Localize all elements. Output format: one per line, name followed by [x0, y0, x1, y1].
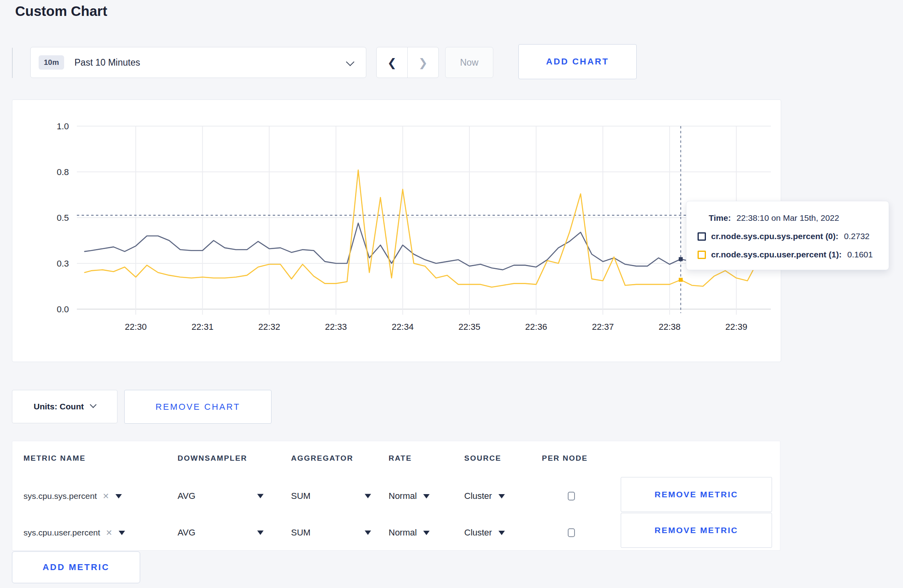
units-dropdown[interactable]: Units: Count: [12, 390, 117, 423]
svg-text:22:38: 22:38: [659, 322, 680, 332]
tooltip-time-label: Time:: [709, 213, 731, 223]
aggregator-select[interactable]: SUM: [291, 491, 311, 501]
svg-text:22:33: 22:33: [325, 322, 347, 332]
svg-text:0.5: 0.5: [57, 213, 69, 223]
rate-value: Normal: [389, 528, 417, 538]
custom-chart-page: Custom Chart 10m Past 10 Minutes ❮ ❯ Now…: [0, 0, 903, 588]
tooltip-series-value: 0.2732: [844, 232, 870, 241]
caret-down-icon: [257, 494, 264, 498]
downsampler-caret[interactable]: [257, 494, 264, 498]
time-nav-group: ❮ ❯: [376, 47, 439, 78]
downsampler-select[interactable]: AVG: [178, 491, 195, 501]
downsampler-select[interactable]: AVG: [178, 528, 195, 538]
svg-text:22:39: 22:39: [725, 322, 747, 332]
col-header-per-node: PER NODE: [542, 454, 588, 463]
per-node-checkbox[interactable]: [568, 492, 575, 500]
per-node-checkbox[interactable]: [568, 528, 575, 537]
add-chart-button[interactable]: ADD CHART: [518, 44, 637, 79]
chart-panel: 0.00.30.50.81.022:3022:3122:3222:3322:34…: [12, 99, 781, 362]
col-header-aggregator: AGGREGATOR: [291, 454, 354, 463]
metric-name-select[interactable]: sys.cpu.user.percent ✕: [23, 528, 125, 537]
metric-name: sys.cpu.sys.percent: [23, 491, 97, 501]
chevron-right-icon: ❯: [418, 56, 428, 69]
col-header-downsampler: DOWNSAMPLER: [178, 454, 247, 463]
chevron-left-icon: ❮: [387, 56, 397, 69]
add-metric-button[interactable]: ADD METRIC: [12, 551, 140, 583]
tooltip-series-label: cr.node.sys.cpu.user.percent (1):: [711, 250, 842, 259]
chevron-down-icon: [90, 401, 97, 408]
caret-down-icon: [423, 494, 430, 498]
aggregator-caret[interactable]: [365, 494, 371, 498]
rate-value: Normal: [389, 491, 417, 501]
metrics-table: METRIC NAME DOWNSAMPLER AGGREGATOR RATE …: [12, 441, 780, 551]
timeseries-chart[interactable]: 0.00.30.50.81.022:3022:3122:3222:3322:34…: [12, 100, 781, 362]
aggregator-value: SUM: [291, 491, 311, 501]
remove-metric-button[interactable]: REMOVE METRIC: [621, 513, 772, 548]
source-select[interactable]: Cluster: [464, 528, 505, 538]
clear-metric-icon[interactable]: ✕: [102, 491, 109, 501]
svg-text:0.8: 0.8: [57, 167, 69, 177]
per-node-cell: [568, 492, 575, 500]
svg-text:22:31: 22:31: [192, 322, 213, 332]
caret-down-icon: [423, 531, 430, 535]
svg-text:22:36: 22:36: [525, 322, 547, 332]
svg-text:0.3: 0.3: [57, 259, 69, 269]
aggregator-caret[interactable]: [365, 531, 371, 535]
source-value: Cluster: [464, 528, 492, 538]
caret-down-icon: [365, 494, 371, 498]
caret-down-icon: [498, 494, 505, 498]
source-value: Cluster: [464, 491, 492, 501]
aggregator-value: SUM: [291, 528, 311, 538]
svg-text:22:32: 22:32: [258, 322, 280, 332]
units-label: Units: Count: [34, 402, 84, 411]
page-title: Custom Chart: [15, 3, 107, 19]
remove-chart-button[interactable]: REMOVE CHART: [124, 390, 272, 424]
svg-text:1.0: 1.0: [57, 121, 69, 131]
svg-text:22:30: 22:30: [125, 322, 147, 332]
downsampler-caret[interactable]: [257, 531, 264, 535]
per-node-cell: [568, 528, 575, 537]
downsampler-value: AVG: [178, 491, 195, 501]
toolbar-divider: [12, 48, 13, 78]
aggregator-select[interactable]: SUM: [291, 528, 311, 538]
time-range-label: Past 10 Minutes: [74, 57, 140, 68]
tooltip-time-row: Time: 22:38:10 on Mar 15th, 2022: [709, 213, 839, 223]
now-button[interactable]: Now: [445, 47, 493, 78]
caret-down-icon: [257, 531, 264, 535]
rate-select[interactable]: Normal: [389, 491, 430, 501]
metric-name: sys.cpu.user.percent: [23, 528, 100, 537]
col-header-source: SOURCE: [464, 454, 501, 463]
chevron-down-icon: [346, 58, 354, 66]
caret-down-icon: [119, 531, 125, 535]
svg-text:22:35: 22:35: [458, 322, 480, 332]
tooltip-series-row: cr.node.sys.cpu.sys.percent (0): 0.2732: [698, 232, 870, 241]
sys-series-swatch-icon: [698, 232, 706, 241]
source-select[interactable]: Cluster: [464, 491, 505, 501]
time-range-badge: 10m: [39, 55, 64, 70]
tooltip-time-value: 22:38:10 on Mar 15th, 2022: [737, 213, 839, 223]
svg-text:22:34: 22:34: [392, 322, 414, 332]
time-range-dropdown[interactable]: 10m Past 10 Minutes: [30, 47, 366, 78]
next-time-button[interactable]: ❯: [407, 47, 439, 78]
tooltip-series-row: cr.node.sys.cpu.user.percent (1): 0.1601: [698, 250, 873, 259]
caret-down-icon: [115, 494, 122, 498]
chart-tooltip: Time: 22:38:10 on Mar 15th, 2022 cr.node…: [686, 201, 889, 270]
rate-select[interactable]: Normal: [389, 528, 430, 538]
prev-time-button[interactable]: ❮: [376, 47, 408, 78]
tooltip-series-value: 0.1601: [847, 250, 873, 259]
user-series-swatch-icon: [698, 251, 706, 259]
svg-text:0.0: 0.0: [57, 304, 69, 314]
clear-metric-icon[interactable]: ✕: [106, 528, 113, 537]
downsampler-value: AVG: [178, 528, 195, 538]
svg-text:22:37: 22:37: [592, 322, 614, 332]
remove-metric-button[interactable]: REMOVE METRIC: [621, 477, 772, 512]
metric-name-select[interactable]: sys.cpu.sys.percent ✕: [23, 491, 122, 501]
tooltip-series-label: cr.node.sys.cpu.sys.percent (0):: [711, 232, 838, 241]
col-header-rate: RATE: [389, 454, 412, 463]
col-header-metric-name: METRIC NAME: [23, 454, 86, 463]
caret-down-icon: [365, 531, 371, 535]
caret-down-icon: [498, 531, 505, 535]
